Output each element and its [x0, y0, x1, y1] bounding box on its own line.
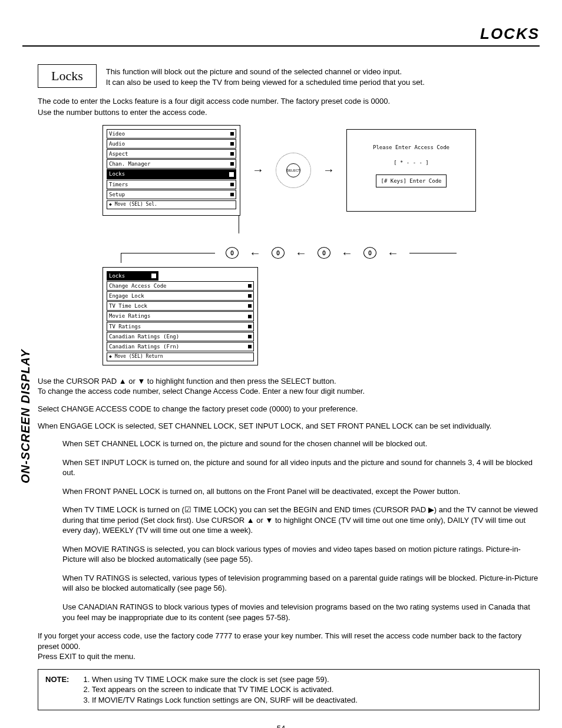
osd-item-engage-lock: Engage Lock: [107, 291, 254, 301]
para-set-channel-lock: When SET CHANNEL LOCK is turned on, the …: [62, 439, 540, 449]
osd-main-hint: ◆ Move (SEL) Sel.: [107, 200, 236, 209]
para-engage-lock: When ENGAGE LOCK is selected, SET CHANNE…: [38, 421, 540, 431]
osd-item-movie-ratings: Movie Ratings: [107, 311, 254, 321]
osd-item-chan-manager: Chan. Manager: [107, 159, 236, 169]
side-tab-label: ON-SCREEN DISPLAY: [18, 349, 34, 483]
header-bar: LOCKS: [22, 24, 540, 47]
connector-line: [239, 216, 239, 233]
para-change-code: Select CHANGE ACCESS CODE to change the …: [38, 404, 540, 414]
para-front-panel-lock: When FRONT PANEL LOCK is turned on, all …: [62, 486, 540, 497]
page-header-title: LOCKS: [480, 25, 540, 42]
para-tv-time-lock: When TV TIME LOCK is turned on (☑ TIME L…: [62, 505, 540, 536]
arrow-left-icon: ←: [249, 245, 261, 261]
note-box: NOTE: 1. When using TV TIME LOCK make su…: [38, 669, 540, 711]
note-item-3: 3. If MOVIE/TV Ratings Lock function set…: [83, 695, 357, 706]
para-tv-ratings: When TV RATINGS is selected, various typ…: [62, 573, 540, 594]
para-set-input-lock: When SET INPUT LOCK is turned on, the pi…: [62, 457, 540, 478]
osd-locks-hint: ◆ Move (SEL) Return: [107, 353, 254, 361]
access-code-value: [ * - - - ]: [351, 159, 472, 166]
para-canadian-ratings: Use CANADIAN RATINGS to block various ty…: [62, 602, 540, 622]
note-item-1: 1. When using TV TIME LOCK make sure the…: [83, 674, 357, 685]
osd-item-change-access-code: Change Access Code: [107, 281, 254, 291]
remote-select-pad: SELECT: [276, 153, 311, 188]
osd-item-timers: Timers: [107, 180, 236, 189]
digit-button: 0: [363, 247, 376, 259]
digit-row: 0 ← 0 ← 0 ← 0 ←: [38, 245, 540, 261]
osd-item-aspect: Aspect: [107, 149, 236, 159]
osd-access-code: Please Enter Access Code [ * - - - ] [# …: [346, 129, 476, 212]
section-title-box: Locks: [38, 64, 97, 88]
digit-button: 0: [226, 247, 239, 259]
osd-locks-menu: Locks Change Access Code Engage Lock TV …: [103, 267, 258, 365]
osd-locks-title: Locks: [107, 271, 158, 281]
arrow-right-icon: →: [323, 162, 335, 178]
osd-item-can-ratings-frn: Canadian Ratings (Frn): [107, 342, 254, 351]
arrow-left-icon: ←: [341, 245, 353, 261]
osd-item-setup: Setup: [107, 190, 236, 199]
select-button-icon: SELECT: [286, 163, 300, 177]
osd-item-locks: Locks: [107, 169, 236, 179]
note-label: NOTE:: [45, 674, 69, 706]
osd-item-can-ratings-eng: Canadian Ratings (Eng): [107, 332, 254, 341]
para-cursor-a: Use the CURSOR PAD ▲ or ▼ to highlight f…: [38, 376, 540, 387]
section-intro: This function will block out the picture…: [106, 64, 425, 87]
digit-button: 0: [272, 247, 285, 259]
para-code-info-2: Use the number buttons to enter the acce…: [38, 107, 540, 118]
digit-button: 0: [318, 247, 330, 259]
diagram: Video Audio Aspect Chan. Manager Locks T…: [38, 125, 540, 365]
para-code-info-1: The code to enter the Locks feature is a…: [38, 96, 540, 107]
arrow-right-icon: →: [252, 162, 264, 178]
note-item-2: 2. Text appears on the screen to indicat…: [83, 684, 357, 695]
arrow-left-icon: ←: [295, 245, 307, 261]
para-forget-code: If you forget your access code, use the …: [38, 631, 540, 651]
access-code-hint: [# Keys] Enter Code: [376, 174, 447, 187]
section-heading-row: Locks This function will block out the p…: [38, 64, 540, 88]
access-code-title: Please Enter Access Code: [351, 144, 472, 151]
intro-line-1: This function will block out the picture…: [106, 67, 425, 77]
osd-item-tv-time-lock: TV Time Lock: [107, 301, 254, 311]
para-movie-ratings: When MOVIE RATINGS is selected, you can …: [62, 544, 540, 565]
intro-line-2: It can also be used to keep the TV from …: [106, 77, 425, 88]
osd-item-audio: Audio: [107, 139, 236, 149]
osd-main-menu: Video Audio Aspect Chan. Manager Locks T…: [103, 125, 240, 216]
osd-item-tv-ratings: TV Ratings: [107, 322, 254, 331]
page-number: 54: [22, 723, 540, 728]
arrow-left-icon: ←: [387, 245, 399, 261]
osd-item-video: Video: [107, 129, 236, 139]
para-cursor-b: To change the access code number, select…: [38, 386, 540, 397]
para-exit: Press EXIT to quit the menu.: [38, 651, 540, 662]
